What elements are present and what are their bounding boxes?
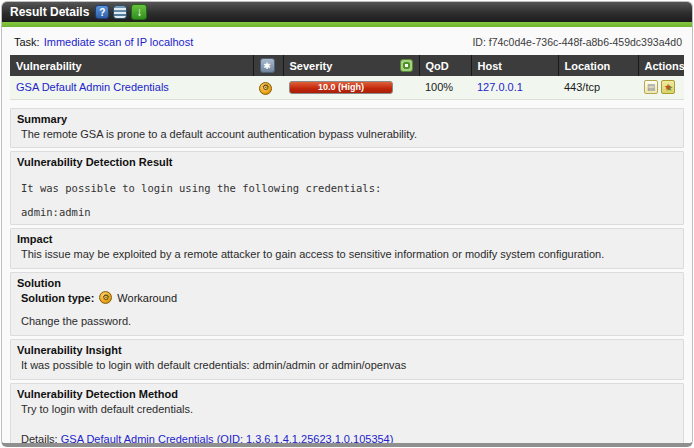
insight-text: It was possible to login with default cr…	[17, 358, 677, 373]
page-title: Result Details	[10, 5, 89, 19]
impact-heading: Impact	[17, 233, 677, 245]
table-header-row: Vulnerability ✱ Severity QoD Host Locati…	[10, 55, 684, 76]
severity-value: 10.0 (High)	[318, 83, 364, 92]
overrides-toggle-icon[interactable]	[400, 59, 413, 72]
detection-method-text: Try to login with default credentials.	[17, 402, 677, 417]
cell-location: 443/tcp	[558, 76, 638, 99]
details-line: Details: GSA Default Admin Credentials (…	[17, 427, 677, 447]
vulnerability-link[interactable]: GSA Default Admin Credentials	[16, 81, 169, 93]
cell-qod: 100%	[419, 76, 471, 99]
section-solution: Solution Solution type: ⚙ Workaround Cha…	[10, 272, 684, 336]
impact-text: This issue may be exploited by a remote …	[17, 247, 677, 262]
workaround-icon: ⚙	[259, 82, 272, 95]
content-area: Task: Immediate scan of IP localhost ID:…	[2, 27, 692, 447]
result-id: ID: f74c0d4e-736c-448f-a8b6-459dc393a4d0	[472, 36, 682, 48]
add-override-icon[interactable]: ★	[661, 80, 675, 94]
col-header-qod: QoD	[419, 55, 471, 76]
solution-type-column-icon: ✱	[260, 58, 275, 73]
detection-result-line2: admin:admin	[17, 206, 677, 218]
section-summary: Summary The remote GSA is prone to a def…	[10, 108, 684, 149]
solution-type-line: Solution type: ⚙ Workaround	[17, 291, 677, 304]
section-impact: Impact This issue may be exploited by a …	[10, 228, 684, 269]
section-detection-method: Vulnerability Detection Method Try to lo…	[10, 383, 684, 447]
col-header-location: Location	[558, 55, 638, 76]
nvt-details-link[interactable]: GSA Default Admin Credentials (OID: 1.3.…	[61, 433, 394, 445]
workaround-icon: ⚙	[99, 291, 112, 304]
result-table: Vulnerability ✱ Severity QoD Host Locati…	[10, 55, 684, 100]
summary-text: The remote GSA is prone to a default acc…	[17, 127, 677, 142]
severity-bar: 10.0 (High)	[289, 81, 393, 94]
col-header-actions: Actions	[638, 55, 684, 76]
section-insight: Vulnerability Insight It was possible to…	[10, 339, 684, 380]
task-link[interactable]: Immediate scan of IP localhost	[44, 36, 194, 48]
cell-solution-type: ⚙	[253, 76, 283, 99]
col-header-solution-type: ✱	[253, 55, 283, 76]
solution-type-label: Solution type:	[21, 292, 94, 304]
col-header-vulnerability: Vulnerability	[10, 55, 253, 76]
col-header-host: Host	[471, 55, 558, 76]
solution-heading: Solution	[17, 277, 677, 289]
window-titlebar: Result Details ? ↓	[2, 2, 692, 22]
cell-host: 127.0.0.1	[471, 76, 558, 99]
detection-result-heading: Vulnerability Detection Result	[17, 156, 677, 168]
solution-type-value: Workaround	[117, 292, 177, 304]
insight-heading: Vulnerability Insight	[17, 344, 677, 356]
results-list-icon[interactable]	[113, 5, 127, 19]
cell-actions: ▤ ★	[638, 76, 684, 99]
cell-severity: 10.0 (High)	[283, 76, 419, 99]
severity-header-label: Severity	[290, 60, 333, 72]
task-line: Task: Immediate scan of IP localhost ID:…	[10, 33, 684, 55]
summary-heading: Summary	[17, 113, 677, 125]
host-link[interactable]: 127.0.0.1	[477, 81, 523, 93]
table-row: GSA Default Admin Credentials ⚙ 10.0 (Hi…	[10, 76, 684, 99]
details-label: Details:	[21, 433, 58, 445]
solution-text: Change the password.	[17, 314, 677, 329]
task-label: Task:	[14, 36, 40, 48]
result-details-window: Result Details ? ↓ Task: Immediate scan …	[1, 1, 693, 447]
cell-vulnerability: GSA Default Admin Credentials	[10, 76, 253, 99]
col-header-severity: Severity	[283, 55, 419, 76]
add-note-icon[interactable]: ▤	[644, 80, 658, 94]
export-download-icon[interactable]: ↓	[131, 4, 147, 20]
help-icon[interactable]: ?	[95, 5, 109, 19]
detection-method-heading: Vulnerability Detection Method	[17, 388, 677, 400]
detection-result-line1: It was possible to login using the follo…	[17, 182, 677, 194]
section-detection-result: Vulnerability Detection Result It was po…	[10, 151, 684, 225]
